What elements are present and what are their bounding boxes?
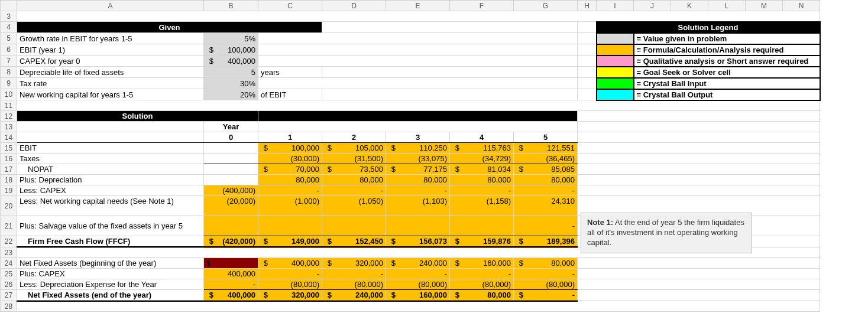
row-28[interactable]: 28 [1, 301, 820, 312]
cell[interactable]: $77,175 [386, 164, 450, 175]
col-header[interactable]: L [708, 1, 746, 11]
corner-cell[interactable] [1, 1, 17, 11]
col-header[interactable]: H [578, 1, 597, 11]
cell[interactable]: $- [514, 290, 578, 301]
cell[interactable]: $160,000 [386, 290, 450, 301]
cell[interactable] [578, 143, 820, 154]
cell[interactable]: (80,000) [514, 279, 578, 290]
cell[interactable]: - [258, 185, 322, 196]
cell[interactable]: 80,000 [450, 175, 514, 185]
cell[interactable]: $121,551 [514, 143, 578, 154]
col-header[interactable]: F [450, 1, 514, 11]
row-header[interactable]: 16 [1, 154, 17, 164]
row-19-capex[interactable]: 19 Less: CAPEX (400,000) - - - - - [1, 185, 820, 196]
cell[interactable] [258, 33, 578, 44]
row-12[interactable]: 12 Solution [1, 111, 820, 122]
val-life[interactable]: 5 [204, 67, 258, 78]
row-header[interactable]: 17 [1, 164, 17, 175]
cell[interactable]: 400,000 [204, 269, 258, 279]
cell[interactable] [578, 164, 820, 175]
cell[interactable] [578, 269, 820, 279]
cell[interactable]: (20,000) [204, 196, 258, 216]
cell[interactable]: $115,763 [450, 143, 514, 154]
row-27-nfa-end[interactable]: 27 Net Fixed Assets (end of the year) $4… [1, 290, 820, 301]
row-8[interactable]: 8 Depreciable life of fixed assets 5 yea… [1, 67, 820, 78]
cell[interactable] [386, 216, 450, 236]
col-header[interactable]: M [746, 1, 783, 11]
col-header[interactable]: K [671, 1, 708, 11]
cell[interactable]: - [450, 185, 514, 196]
row-17-nopat[interactable]: 17 NOPAT $70,000 $73,500 $77,175 $81,034… [1, 164, 820, 175]
row-header[interactable]: 4 [1, 22, 17, 33]
row-14[interactable]: 14 0 1 2 3 4 5 [1, 132, 820, 143]
cell[interactable] [322, 216, 386, 236]
cell[interactable] [258, 216, 322, 236]
cell[interactable]: 24,310 [514, 196, 578, 216]
cell[interactable]: - [322, 185, 386, 196]
cell[interactable] [578, 122, 820, 132]
row-header[interactable]: 15 [1, 143, 17, 154]
cell[interactable]: $189,396 [514, 236, 578, 247]
row-15-ebit[interactable]: 15 EBIT $100,000 $105,000 $110,250 $115,… [1, 143, 820, 154]
col-header[interactable]: D [322, 1, 386, 11]
cell[interactable] [578, 258, 820, 269]
cell[interactable] [578, 67, 597, 78]
row-4[interactable]: 4 Given Solution Legend [1, 22, 820, 33]
row-header[interactable]: 10 [1, 89, 17, 100]
cell[interactable] [578, 154, 820, 164]
row-9[interactable]: 9 Tax rate 30% = Crystal Ball Input [1, 78, 820, 89]
cell[interactable]: - [386, 269, 450, 279]
row-header[interactable]: 8 [1, 67, 17, 78]
row-10[interactable]: 10 New working capital for years 1-5 20%… [1, 89, 820, 100]
cell[interactable] [322, 89, 578, 100]
cell[interactable] [17, 301, 820, 312]
cell[interactable] [578, 78, 597, 89]
col-header[interactable]: A [17, 1, 204, 11]
cell[interactable] [17, 132, 204, 143]
cell[interactable]: $159,876 [450, 236, 514, 247]
cell[interactable]: $110,250 [386, 143, 450, 154]
row-header[interactable]: 19 [1, 185, 17, 196]
cell[interactable]: 80,000 [514, 175, 578, 185]
cell[interactable] [258, 44, 578, 56]
row-header[interactable]: 21 [1, 216, 17, 236]
cell[interactable]: - [322, 269, 386, 279]
cell[interactable]: (1,103) [386, 196, 450, 216]
cell[interactable] [258, 56, 578, 67]
row-header[interactable]: 6 [1, 44, 17, 56]
cell[interactable]: (1,000) [258, 196, 322, 216]
val-growth[interactable]: 5% [204, 33, 258, 44]
cell[interactable]: $105,000 [322, 143, 386, 154]
cell[interactable]: $73,500 [322, 164, 386, 175]
cell[interactable]: $156,073 [386, 236, 450, 247]
row-header[interactable]: 26 [1, 279, 17, 290]
cell[interactable]: (34,729) [450, 154, 514, 164]
row-header[interactable]: 20 [1, 196, 17, 216]
row-11[interactable]: 11 [1, 100, 820, 111]
row-6[interactable]: 6 EBIT (year 1) $100,000 = Formula/Calcu… [1, 44, 820, 56]
cell[interactable]: (400,000) [204, 185, 258, 196]
row-header[interactable]: 3 [1, 11, 17, 22]
cell[interactable] [204, 164, 258, 175]
cell[interactable] [578, 22, 597, 33]
row-header[interactable]: 14 [1, 132, 17, 143]
cell[interactable]: $149,000 [258, 236, 322, 247]
row-3[interactable]: 3 [1, 11, 820, 22]
cell[interactable] [450, 216, 514, 236]
col-header[interactable]: C [258, 1, 322, 11]
cell[interactable]: - [514, 269, 578, 279]
col-header[interactable]: G [514, 1, 578, 11]
row-header[interactable]: 9 [1, 78, 17, 89]
cell[interactable] [578, 290, 820, 301]
cell[interactable]: (1,050) [322, 196, 386, 216]
cell[interactable]: $240,000 [322, 290, 386, 301]
cell[interactable]: $320,000 [322, 258, 386, 269]
cell[interactable] [578, 132, 820, 143]
cell[interactable]: $80,000 [514, 258, 578, 269]
cell[interactable]: 80,000 [258, 175, 322, 185]
cell-nfa-beg-0[interactable]: $ [204, 258, 258, 269]
cell[interactable] [17, 100, 820, 111]
cell[interactable]: - [514, 185, 578, 196]
val-wc[interactable]: 20% [204, 89, 258, 100]
cell[interactable] [204, 216, 258, 236]
